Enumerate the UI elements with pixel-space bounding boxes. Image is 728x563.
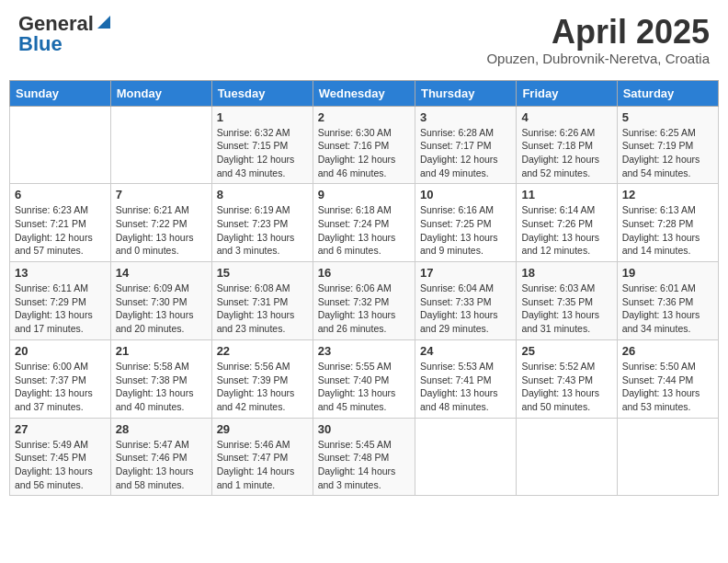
day-cell: 4Sunrise: 6:26 AM Sunset: 7:18 PM Daylig… (517, 106, 617, 184)
day-number: 18 (521, 266, 611, 280)
day-number: 2 (318, 110, 410, 124)
day-info: Sunrise: 6:01 AM Sunset: 7:36 PM Dayligh… (622, 282, 713, 336)
day-cell: 11Sunrise: 6:14 AM Sunset: 7:26 PM Dayli… (517, 184, 617, 262)
day-info: Sunrise: 6:00 AM Sunset: 7:37 PM Dayligh… (15, 360, 106, 414)
day-number: 23 (318, 344, 410, 358)
day-cell (617, 418, 718, 496)
day-number: 14 (116, 266, 207, 280)
day-cell: 7Sunrise: 6:21 AM Sunset: 7:22 PM Daylig… (110, 184, 211, 262)
day-cell: 17Sunrise: 6:04 AM Sunset: 7:33 PM Dayli… (415, 262, 516, 340)
day-number: 6 (15, 188, 106, 201)
weekday-header-monday: Monday (110, 80, 211, 106)
day-number: 19 (622, 266, 713, 280)
day-info: Sunrise: 5:49 AM Sunset: 7:45 PM Dayligh… (15, 438, 106, 492)
day-cell: 27Sunrise: 5:49 AM Sunset: 7:45 PM Dayli… (10, 418, 111, 496)
page-header: General Blue April 2025 Opuzen, Dubrovni… (9, 9, 719, 71)
day-cell: 18Sunrise: 6:03 AM Sunset: 7:35 PM Dayli… (517, 262, 617, 340)
week-row-1: 1Sunrise: 6:32 AM Sunset: 7:15 PM Daylig… (10, 106, 719, 184)
day-info: Sunrise: 5:56 AM Sunset: 7:39 PM Dayligh… (217, 360, 308, 414)
day-cell: 20Sunrise: 6:00 AM Sunset: 7:37 PM Dayli… (10, 339, 111, 418)
day-info: Sunrise: 6:28 AM Sunset: 7:17 PM Dayligh… (420, 126, 511, 180)
day-number: 7 (116, 188, 207, 201)
day-number: 15 (217, 266, 308, 280)
day-info: Sunrise: 5:52 AM Sunset: 7:43 PM Dayligh… (521, 360, 611, 414)
day-cell: 10Sunrise: 6:16 AM Sunset: 7:25 PM Dayli… (415, 184, 516, 262)
day-number: 17 (420, 266, 511, 280)
day-info: Sunrise: 6:13 AM Sunset: 7:28 PM Dayligh… (622, 203, 713, 258)
day-cell: 22Sunrise: 5:56 AM Sunset: 7:39 PM Dayli… (211, 339, 313, 418)
day-info: Sunrise: 6:30 AM Sunset: 7:16 PM Dayligh… (318, 126, 410, 180)
day-info: Sunrise: 6:26 AM Sunset: 7:18 PM Dayligh… (521, 126, 611, 180)
day-cell: 9Sunrise: 6:18 AM Sunset: 7:24 PM Daylig… (313, 184, 415, 262)
weekday-header-row: SundayMondayTuesdayWednesdayThursdayFrid… (10, 80, 719, 106)
day-number: 4 (521, 110, 611, 124)
day-info: Sunrise: 6:32 AM Sunset: 7:15 PM Dayligh… (217, 126, 308, 180)
day-info: Sunrise: 6:25 AM Sunset: 7:19 PM Dayligh… (622, 126, 713, 180)
week-row-2: 6Sunrise: 6:23 AM Sunset: 7:21 PM Daylig… (10, 184, 719, 262)
day-number: 10 (420, 188, 511, 201)
day-number: 12 (622, 188, 713, 201)
day-number: 1 (217, 110, 308, 124)
day-info: Sunrise: 6:06 AM Sunset: 7:32 PM Dayligh… (318, 282, 410, 336)
day-cell (517, 418, 617, 496)
day-info: Sunrise: 5:45 AM Sunset: 7:48 PM Dayligh… (318, 438, 410, 492)
day-cell (10, 106, 111, 184)
day-number: 28 (116, 422, 207, 436)
day-cell: 14Sunrise: 6:09 AM Sunset: 7:30 PM Dayli… (110, 262, 211, 340)
day-info: Sunrise: 6:21 AM Sunset: 7:22 PM Dayligh… (116, 203, 207, 258)
day-cell: 1Sunrise: 6:32 AM Sunset: 7:15 PM Daylig… (211, 106, 313, 184)
weekday-header-sunday: Sunday (10, 80, 111, 106)
day-info: Sunrise: 6:11 AM Sunset: 7:29 PM Dayligh… (15, 282, 106, 336)
day-cell (415, 418, 516, 496)
day-cell: 23Sunrise: 5:55 AM Sunset: 7:40 PM Dayli… (313, 339, 415, 418)
day-number: 24 (420, 344, 511, 358)
day-info: Sunrise: 5:58 AM Sunset: 7:38 PM Dayligh… (116, 360, 207, 414)
day-number: 3 (420, 110, 511, 124)
weekday-header-friday: Friday (517, 80, 617, 106)
month-title: April 2025 (486, 14, 710, 51)
day-cell: 28Sunrise: 5:47 AM Sunset: 7:46 PM Dayli… (110, 418, 211, 496)
day-info: Sunrise: 5:55 AM Sunset: 7:40 PM Dayligh… (318, 360, 410, 414)
day-number: 9 (318, 188, 410, 201)
logo-triangle-icon (96, 14, 112, 30)
day-info: Sunrise: 6:18 AM Sunset: 7:24 PM Dayligh… (318, 203, 410, 258)
day-cell: 24Sunrise: 5:53 AM Sunset: 7:41 PM Dayli… (415, 339, 516, 418)
day-cell: 2Sunrise: 6:30 AM Sunset: 7:16 PM Daylig… (313, 106, 415, 184)
day-info: Sunrise: 5:46 AM Sunset: 7:47 PM Dayligh… (217, 438, 308, 492)
day-cell: 8Sunrise: 6:19 AM Sunset: 7:23 PM Daylig… (211, 184, 313, 262)
day-cell: 6Sunrise: 6:23 AM Sunset: 7:21 PM Daylig… (10, 184, 111, 262)
day-cell: 19Sunrise: 6:01 AM Sunset: 7:36 PM Dayli… (617, 262, 718, 340)
day-cell: 15Sunrise: 6:08 AM Sunset: 7:31 PM Dayli… (211, 262, 313, 340)
day-number: 30 (318, 422, 410, 436)
day-cell: 13Sunrise: 6:11 AM Sunset: 7:29 PM Dayli… (10, 262, 111, 340)
day-cell: 29Sunrise: 5:46 AM Sunset: 7:47 PM Dayli… (211, 418, 313, 496)
day-number: 26 (622, 344, 713, 358)
day-info: Sunrise: 6:16 AM Sunset: 7:25 PM Dayligh… (420, 203, 511, 258)
day-number: 21 (116, 344, 207, 358)
day-number: 11 (521, 188, 611, 201)
day-info: Sunrise: 6:19 AM Sunset: 7:23 PM Dayligh… (217, 203, 308, 258)
calendar-table: SundayMondayTuesdayWednesdayThursdayFrid… (9, 80, 719, 497)
weekday-header-wednesday: Wednesday (313, 80, 415, 106)
day-number: 16 (318, 266, 410, 280)
logo: General Blue (18, 14, 112, 54)
day-cell: 12Sunrise: 6:13 AM Sunset: 7:28 PM Dayli… (617, 184, 718, 262)
day-number: 27 (15, 422, 106, 436)
day-info: Sunrise: 6:09 AM Sunset: 7:30 PM Dayligh… (116, 282, 207, 336)
day-info: Sunrise: 6:08 AM Sunset: 7:31 PM Dayligh… (217, 282, 308, 336)
week-row-3: 13Sunrise: 6:11 AM Sunset: 7:29 PM Dayli… (10, 262, 719, 340)
day-info: Sunrise: 6:03 AM Sunset: 7:35 PM Dayligh… (521, 282, 611, 336)
day-cell: 3Sunrise: 6:28 AM Sunset: 7:17 PM Daylig… (415, 106, 516, 184)
day-info: Sunrise: 5:53 AM Sunset: 7:41 PM Dayligh… (420, 360, 511, 414)
day-number: 8 (217, 188, 308, 201)
day-cell: 21Sunrise: 5:58 AM Sunset: 7:38 PM Dayli… (110, 339, 211, 418)
day-number: 13 (15, 266, 106, 280)
day-number: 5 (622, 110, 713, 124)
logo-general-text: General (18, 14, 94, 34)
week-row-4: 20Sunrise: 6:00 AM Sunset: 7:37 PM Dayli… (10, 339, 719, 418)
day-number: 22 (217, 344, 308, 358)
title-block: April 2025 Opuzen, Dubrovnik-Neretva, Cr… (486, 14, 710, 66)
day-info: Sunrise: 5:50 AM Sunset: 7:44 PM Dayligh… (622, 360, 713, 414)
day-number: 29 (217, 422, 308, 436)
day-info: Sunrise: 6:23 AM Sunset: 7:21 PM Dayligh… (15, 203, 106, 258)
